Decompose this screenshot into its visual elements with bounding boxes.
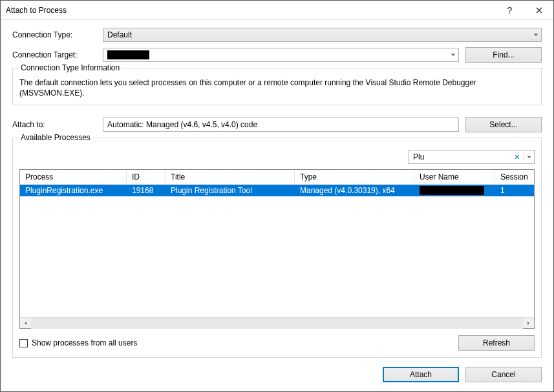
dialog-footer: Attach Cancel <box>12 367 542 382</box>
chevron-down-icon <box>451 50 456 59</box>
chevron-down-icon <box>533 30 538 39</box>
cell-type: Managed (v4.0.30319), x64 <box>295 186 414 195</box>
refresh-button[interactable]: Refresh <box>458 335 535 351</box>
column-header-process[interactable]: Process <box>20 170 127 184</box>
help-button[interactable]: ? <box>495 1 524 19</box>
show-all-users-checkbox[interactable] <box>19 339 28 347</box>
cell-process: PluginRegistration.exe <box>20 186 127 195</box>
connection-type-info-legend: Connection Type Information <box>18 63 122 72</box>
close-icon <box>536 7 542 14</box>
connection-type-combo[interactable]: Default <box>103 28 542 42</box>
close-button[interactable] <box>524 1 553 19</box>
process-filter-input[interactable]: × <box>409 150 535 164</box>
attach-to-field: Automatic: Managed (v4.6, v4.5, v4.0) co… <box>103 118 459 132</box>
connection-type-row: Connection Type: Default <box>12 28 542 42</box>
connection-target-value-redacted <box>107 50 149 59</box>
attach-to-label: Attach to: <box>12 120 103 129</box>
attach-to-value: Automatic: Managed (v4.6, v4.5, v4.0) co… <box>107 120 257 129</box>
cancel-button[interactable]: Cancel <box>465 367 542 382</box>
attach-button-label: Attach <box>410 370 432 379</box>
cell-session: 1 <box>495 186 534 195</box>
attach-to-row: Attach to: Automatic: Managed (v4.6, v4.… <box>12 117 542 132</box>
attach-button[interactable]: Attach <box>383 367 459 382</box>
connection-type-info-group: Connection Type Information The default … <box>12 68 542 105</box>
scroll-left-icon[interactable] <box>20 318 31 329</box>
available-processes-legend: Available Processes <box>18 133 93 142</box>
cell-id: 19168 <box>127 186 165 195</box>
column-header-session[interactable]: Session <box>495 170 534 184</box>
clear-filter-icon[interactable]: × <box>513 152 521 161</box>
select-button[interactable]: Select... <box>465 117 542 132</box>
connection-target-combo[interactable] <box>103 48 459 62</box>
table-body: PluginRegistration.exe 19168 Plugin Regi… <box>20 185 534 317</box>
dialog-content: Connection Type: Default Connection Targ… <box>1 20 553 391</box>
available-processes-footer: Show processes from all users Refresh <box>19 335 535 351</box>
scroll-right-icon[interactable] <box>523 318 534 329</box>
cell-user <box>414 186 495 195</box>
select-button-label: Select... <box>489 120 517 129</box>
cell-user-redacted <box>420 186 484 195</box>
window-title: Attach to Process <box>6 6 495 15</box>
table-header: Process ID Title Type User Name Session <box>20 170 534 185</box>
horizontal-scrollbar[interactable] <box>20 317 534 328</box>
column-header-type[interactable]: Type <box>295 170 414 184</box>
cancel-button-label: Cancel <box>491 370 515 379</box>
filter-dropdown-icon[interactable] <box>527 152 534 161</box>
table-row[interactable]: PluginRegistration.exe 19168 Plugin Regi… <box>20 185 534 196</box>
connection-type-label: Connection Type: <box>12 30 103 39</box>
connection-type-info-text: The default connection lets you select p… <box>19 77 535 98</box>
title-bar: Attach to Process ? <box>1 1 553 20</box>
column-header-user[interactable]: User Name <box>414 170 495 184</box>
column-header-id[interactable]: ID <box>127 170 165 184</box>
find-button[interactable]: Find... <box>465 47 542 63</box>
process-filter-text[interactable] <box>413 152 511 161</box>
separator <box>524 152 524 161</box>
column-header-title[interactable]: Title <box>165 170 295 184</box>
refresh-button-label: Refresh <box>483 338 510 347</box>
find-button-label: Find... <box>493 50 514 59</box>
available-processes-group: Available Processes × Process ID Title T… <box>12 138 542 358</box>
scroll-track[interactable] <box>31 318 523 329</box>
connection-target-label: Connection Target: <box>12 50 103 59</box>
process-table: Process ID Title Type User Name Session … <box>19 169 535 329</box>
show-all-users-label: Show processes from all users <box>32 338 137 347</box>
connection-type-value: Default <box>107 30 132 39</box>
cell-title: Plugin Registration Tool <box>165 186 295 195</box>
filter-row: × <box>19 150 535 164</box>
connection-target-row: Connection Target: Find... <box>12 47 542 63</box>
